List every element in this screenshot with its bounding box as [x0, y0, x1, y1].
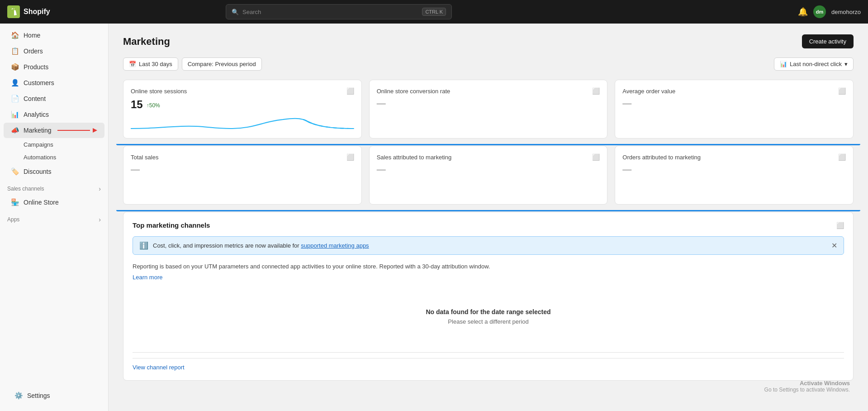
metric-card-conversion: Online store conversion rate ⬜ — [369, 80, 608, 139]
card-header-sales-attributed: Sales attributed to marketing ⬜ [377, 153, 600, 161]
settings-area: ⚙️ Settings [0, 387, 109, 404]
create-activity-button[interactable]: Create activity [802, 34, 854, 48]
orders-icon: 📋 [11, 47, 19, 55]
card-info-icon-sessions[interactable]: ⬜ [346, 87, 354, 95]
card-header-sessions: Online store sessions ⬜ [131, 87, 354, 95]
metric-cards-row2: Total sales ⬜ — Sales attributed to mark… [123, 146, 854, 205]
sidebar-item-content[interactable]: 📄 Content [4, 91, 104, 106]
sidebar-label-orders: Orders [24, 48, 43, 55]
notifications-icon[interactable]: 🔔 [798, 7, 808, 17]
content-icon: 📄 [11, 95, 19, 103]
search-bar[interactable]: 🔍 Search CTRL K [226, 4, 452, 19]
card-info-icon-sales-attributed[interactable]: ⬜ [592, 153, 600, 161]
card-value-total-sales: — [131, 164, 354, 175]
card-title-sessions: Online store sessions [131, 88, 187, 95]
apps-section: Apps › [0, 210, 108, 225]
date-range-label: Last 30 days [139, 61, 172, 67]
online-store-label: Online Store [24, 199, 59, 206]
card-title-avg-order: Average order value [622, 88, 675, 95]
sidebar-label-marketing: Marketing [24, 127, 51, 134]
sidebar-item-customers[interactable]: 👤 Customers [4, 75, 104, 91]
settings-icon: ⚙️ [14, 392, 23, 400]
info-circle-icon: ℹ️ [139, 241, 148, 250]
discounts-icon: 🏷️ [11, 167, 19, 176]
view-channel-report-link[interactable]: View channel report [133, 358, 844, 371]
nav-right: 🔔 dm demohorzo [798, 5, 861, 18]
attribution-icon: 📊 [780, 61, 787, 67]
analytics-icon: 📊 [11, 110, 19, 119]
online-store-icon: 🏪 [11, 198, 19, 206]
sidebar-item-orders[interactable]: 📋 Orders [4, 43, 104, 59]
card-header-orders-attributed: Orders attributed to marketing ⬜ [622, 153, 846, 161]
sidebar-item-marketing[interactable]: 📣 Marketing [4, 123, 104, 138]
sales-channels-chevron[interactable]: › [99, 185, 101, 192]
card-bottom-line-sales-attributed [362, 210, 615, 211]
banner-close-button[interactable]: ✕ [831, 241, 837, 250]
sidebar-item-settings[interactable]: ⚙️ Settings [7, 388, 101, 403]
sidebar-item-online-store[interactable]: 🏪 Online Store [4, 195, 104, 210]
info-banner: ℹ️ Cost, click, and impression metrics a… [133, 236, 844, 255]
calendar-icon: 📅 [129, 61, 136, 67]
sidebar-item-analytics[interactable]: 📊 Analytics [4, 107, 104, 122]
sidebar-label-content: Content [24, 95, 46, 102]
products-icon: 📦 [11, 63, 19, 71]
marketing-icon: 📣 [11, 126, 19, 134]
sidebar-label-home: Home [24, 32, 40, 39]
settings-label: Settings [27, 392, 50, 399]
logo-area[interactable]: Shopify [7, 5, 50, 18]
card-title-total-sales: Total sales [131, 154, 158, 161]
supported-apps-link[interactable]: supported marketing apps [301, 242, 369, 249]
compare-label: Compare: Previous period [188, 61, 256, 67]
filter-bar: 📅 Last 30 days Compare: Previous period … [123, 57, 854, 71]
card-value-conversion: — [377, 98, 600, 109]
sales-channels-label: Sales channels [7, 186, 44, 192]
card-value-avg-order: — [622, 98, 846, 109]
sidebar-item-automations[interactable]: Automations [4, 151, 104, 163]
view-report-section: View channel report [133, 352, 844, 371]
card-info-icon-avg-order[interactable]: ⬜ [838, 87, 846, 95]
main-content: Marketing Create activity 📅 Last 30 days… [109, 24, 868, 411]
metric-card-sales-attributed: Sales attributed to marketing ⬜ — [369, 146, 608, 205]
card-title-orders-attributed: Orders attributed to marketing [622, 154, 701, 161]
sidebar: 🏠 Home 📋 Orders 📦 Products 👤 Customers 📄… [0, 24, 109, 411]
metric-card-avg-order: Average order value ⬜ — [615, 80, 854, 139]
card-info-icon-orders-attributed[interactable]: ⬜ [838, 153, 846, 161]
card-info-icon-conversion[interactable]: ⬜ [592, 87, 600, 95]
sidebar-label-discounts: Discounts [24, 168, 51, 175]
search-placeholder: Search [242, 9, 261, 15]
brand-name: Shopify [24, 8, 50, 16]
shopify-logo-icon [7, 5, 20, 18]
no-data-title: No data found for the date range selecte… [142, 308, 835, 315]
card-header-avg-order: Average order value ⬜ [622, 87, 846, 95]
compare-filter[interactable]: Compare: Previous period [182, 57, 262, 71]
app-body: 🏠 Home 📋 Orders 📦 Products 👤 Customers 📄… [0, 24, 868, 411]
attribution-filter[interactable]: 📊 Last non-direct click ▾ [774, 57, 854, 71]
card-title-conversion: Online store conversion rate [377, 88, 451, 95]
channels-info-icon[interactable]: ⬜ [836, 222, 844, 229]
search-icon: 🔍 [232, 9, 239, 15]
card-value-sessions: 15 [131, 98, 143, 111]
apps-chevron[interactable]: › [99, 216, 101, 223]
sidebar-item-campaigns[interactable]: Campaigns [4, 139, 104, 151]
apps-label: Apps [7, 216, 19, 223]
sidebar-label-products: Products [24, 63, 48, 71]
metric-card-sessions: Online store sessions ⬜ 15 ↑50% [123, 80, 362, 139]
attribution-label: Last non-direct click [790, 61, 842, 67]
avatar[interactable]: dm [813, 5, 826, 18]
sales-channels-section: Sales channels › [0, 180, 108, 194]
card-title-sales-attributed: Sales attributed to marketing [377, 154, 451, 161]
date-range-filter[interactable]: 📅 Last 30 days [123, 57, 178, 71]
card-change-sessions: ↑50% [147, 102, 160, 109]
sidebar-item-products[interactable]: 📦 Products [4, 59, 104, 75]
info-text: Cost, click, and impression metrics are … [153, 242, 369, 249]
user-name[interactable]: demohorzo [831, 9, 861, 15]
learn-more-link[interactable]: Learn more [133, 274, 162, 281]
channels-card: Top marketing channels ⬜ ℹ️ Cost, click,… [123, 212, 854, 381]
sidebar-item-discounts[interactable]: 🏷️ Discounts [4, 164, 104, 179]
sidebar-label-customers: Customers [24, 79, 54, 86]
campaigns-label: Campaigns [24, 141, 53, 148]
sidebar-item-home[interactable]: 🏠 Home [4, 28, 104, 43]
card-info-icon-total-sales[interactable]: ⬜ [346, 153, 354, 161]
card-header-conversion: Online store conversion rate ⬜ [377, 87, 600, 95]
card-bottom-line-orders-attributed [608, 210, 860, 211]
